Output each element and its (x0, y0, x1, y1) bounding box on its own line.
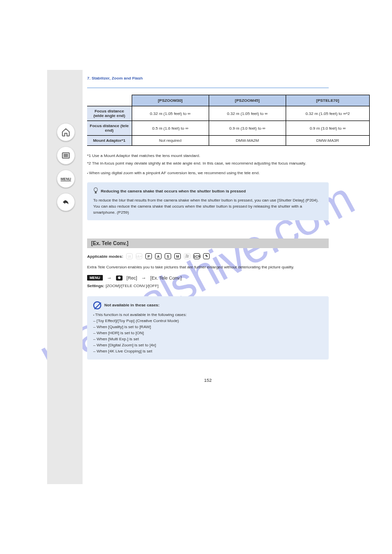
settings-value: [ZOOM]/[TELE CONV.]/[OFF] (105, 284, 159, 288)
mode-icon-iap: iA+ (136, 253, 142, 259)
na-item: When [4K Live Cropping] is set (93, 348, 323, 354)
tip-title-text: Reducing the camera shake that occurs wh… (101, 188, 246, 194)
mode-icon-p: P (145, 253, 152, 259)
table-cell: 0.5 m (1.6 feet) to ∞ (132, 121, 209, 136)
camera-icon (116, 275, 123, 281)
table-header: [PSZOOM30] (132, 95, 209, 106)
applicable-modes: Applicable modes: iA iA+ P A S M 🎥 SCN ✎ (87, 253, 329, 259)
table-rowhead: Focus distance (tele end) (87, 121, 132, 136)
no-icon (93, 301, 101, 309)
nav-icons: MENU (57, 123, 80, 211)
footnote: *1 Use a Mount Adaptor that matches the … (87, 153, 329, 159)
table-cell: 0.32 m (1.05 feet) to ∞ (132, 106, 209, 121)
table-header: [PSTELE70] (286, 95, 369, 106)
mode-icon-ia: iA (126, 253, 133, 259)
toc-icon[interactable] (57, 146, 75, 165)
na-item: When [Multi Exp.] is set (93, 336, 323, 342)
footnote: *2 The in-focus point may deviate slight… (87, 161, 329, 167)
tip-box: Reducing the camera shake that occurs wh… (87, 182, 329, 220)
lightbulb-icon (93, 187, 98, 196)
menu-step: [Rec] (127, 275, 137, 281)
page-content: 7. Stabilizer, Zoom and Flash [PSZOOM30]… (87, 70, 329, 383)
na-item: When [Quality] is set to [RAW] (93, 324, 323, 330)
page-number: 152 (87, 378, 329, 383)
footnotes: *1 Use a Mount Adaptor that matches the … (87, 153, 329, 176)
na-item: When [Digital Zoom] is set to [4x] (93, 342, 323, 348)
settings-label: Settings: (87, 284, 104, 288)
table-cell: 0.32 m (1.05 feet) to ∞ (209, 106, 286, 121)
tip-title: Reducing the camera shake that occurs wh… (93, 187, 323, 196)
table-cell: 0.32 m (1.05 feet) to ∞*2 (286, 106, 369, 121)
back-icon[interactable] (57, 193, 75, 211)
mode-icon-scn: SCN (193, 253, 200, 259)
breadcrumb: 7. Stabilizer, Zoom and Flash (87, 76, 329, 81)
table-header: [PSZOOM45] (209, 95, 286, 106)
menu-path: MENU → [Rec] → [Ex. Tele Conv.] (87, 275, 329, 281)
table-cell: 0.9 m (3.0 feet) to ∞ (209, 121, 286, 136)
mode-icon-m: M (174, 253, 181, 259)
table-cell: Not required (132, 136, 209, 146)
menu-badge: MENU (87, 275, 103, 281)
na-item: [Toy Effect]/[Toy Pop] (Creative Control… (93, 318, 323, 324)
mode-icon-movie: 🎥 (184, 253, 190, 259)
table-cell: 0.9 m (3.0 feet) to ∞ (286, 121, 369, 136)
menu-icon[interactable]: MENU (57, 170, 75, 188)
tip-body: You can also reduce the camera shake tha… (93, 204, 323, 215)
not-available-box: Not available in these cases: This funct… (87, 296, 329, 360)
na-item: This function is not available in the fo… (93, 312, 323, 318)
svg-point-4 (94, 187, 98, 191)
svg-rect-5 (95, 191, 97, 193)
arrow-icon: → (141, 275, 146, 281)
modes-label: Applicable modes: (87, 254, 123, 259)
table-header-blank (87, 95, 132, 106)
divider (87, 88, 329, 88)
arrow-icon: → (107, 275, 112, 281)
settings-line: Settings: [ZOOM]/[TELE CONV.]/[OFF] (87, 284, 329, 288)
section-title: [Ex. Tele Conv.] (87, 239, 329, 248)
lens-table: [PSZOOM30] [PSZOOM45] [PSTELE70] Focus d… (87, 95, 370, 146)
home-icon[interactable] (57, 123, 75, 141)
mode-icon-creative: ✎ (203, 253, 210, 259)
table-rowhead: Focus distance (wide angle end) (87, 106, 132, 121)
menu-step: [Ex. Tele Conv.] (150, 275, 182, 281)
na-item: When [HDR] is set to [ON] (93, 330, 323, 336)
section-description: Extra Tele Conversion enables you to tak… (87, 264, 329, 270)
not-available-title: Not available in these cases: (104, 302, 160, 308)
table-rowhead: Mount Adaptor*1 (87, 136, 132, 146)
footnote-extra: When using digital zoom with a pinpoint … (87, 170, 329, 176)
mode-icon-a: A (155, 253, 162, 259)
mode-icon-s: S (165, 253, 171, 259)
tip-body: To reduce the blur that results from the… (93, 197, 323, 204)
table-cell: DMW-MA3R (286, 136, 369, 146)
table-cell: DMW-MA2M (209, 136, 286, 146)
